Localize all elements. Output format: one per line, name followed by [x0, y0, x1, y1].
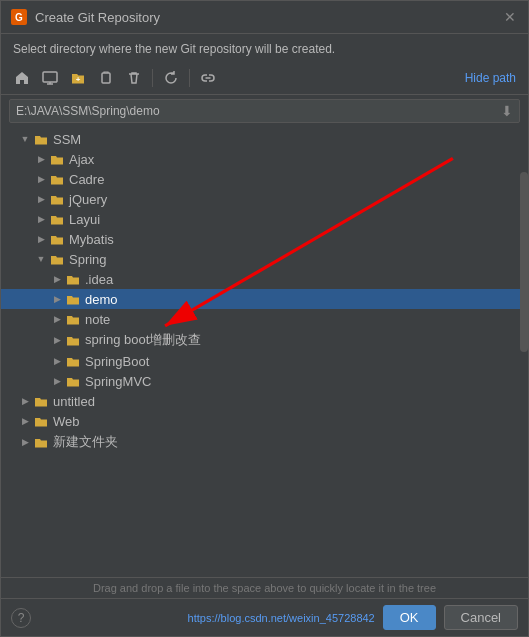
chevron-ssm — [17, 134, 33, 144]
folder-icon-springmvc — [65, 373, 81, 389]
button-bar: ? https://blog.csdn.net/weixin_45728842 … — [1, 598, 528, 636]
toolbar-separator-2 — [189, 69, 190, 87]
scrollbar-track — [520, 127, 528, 577]
delete-button[interactable] — [121, 66, 147, 90]
folder-icon-jquery — [49, 191, 65, 207]
folder-icon-springboot — [65, 353, 81, 369]
chevron-web — [17, 416, 33, 426]
chevron-untitled — [17, 396, 33, 406]
folder-icon-cadre — [49, 171, 65, 187]
svg-rect-2 — [102, 73, 110, 83]
folder-icon-spring — [49, 251, 65, 267]
svg-text:+: + — [76, 75, 81, 84]
folder-icon-layui — [49, 211, 65, 227]
bottom-hint: Drag and drop a file into the space abov… — [1, 577, 528, 598]
label-note: note — [85, 312, 110, 327]
folder-icon-demo — [65, 291, 81, 307]
chevron-springmvc — [49, 376, 65, 386]
label-web: Web — [53, 414, 80, 429]
cancel-button[interactable]: Cancel — [444, 605, 518, 630]
tree-item-untitled[interactable]: untitled — [1, 391, 528, 411]
path-download-icon[interactable]: ⬇ — [501, 103, 513, 119]
chevron-springboot-crud — [49, 335, 65, 345]
path-input[interactable]: E:\JAVA\SSM\Spring\demo — [16, 104, 497, 118]
label-jquery: jQuery — [69, 192, 107, 207]
chevron-layui — [33, 214, 49, 224]
label-springboot-crud: spring boot增删改查 — [85, 331, 201, 349]
folder-icon-untitled — [33, 393, 49, 409]
folder-icon-idea — [65, 271, 81, 287]
dialog-title: Create Git Repository — [35, 10, 494, 25]
toolbar: + Hide path — [1, 62, 528, 95]
chevron-idea — [49, 274, 65, 284]
chevron-demo — [49, 294, 65, 304]
desktop-button[interactable] — [37, 66, 63, 90]
chevron-springboot — [49, 356, 65, 366]
folder-icon-mybatis — [49, 231, 65, 247]
title-bar: G Create Git Repository ✕ — [1, 1, 528, 34]
link-button[interactable] — [195, 66, 221, 90]
folder-icon-note — [65, 311, 81, 327]
tree-item-spring[interactable]: Spring — [1, 249, 528, 269]
subtitle: Select directory where the new Git repos… — [1, 34, 528, 62]
tree-item-mybatis[interactable]: Mybatis — [1, 229, 528, 249]
chevron-mybatis — [33, 234, 49, 244]
chevron-cadre — [33, 174, 49, 184]
tree-item-idea[interactable]: .idea — [1, 269, 528, 289]
path-bar: E:\JAVA\SSM\Spring\demo ⬇ — [9, 99, 520, 123]
tree-container: SSM Ajax Cadre jQuery — [1, 127, 528, 577]
folder-icon-springboot-crud — [65, 332, 81, 348]
close-button[interactable]: ✕ — [502, 9, 518, 25]
tree-item-ssm[interactable]: SSM — [1, 129, 528, 149]
label-ajax: Ajax — [69, 152, 94, 167]
folder-icon-ajax — [49, 151, 65, 167]
chevron-ajax — [33, 154, 49, 164]
tree-item-jquery[interactable]: jQuery — [1, 189, 528, 209]
new-folder-button[interactable]: + — [65, 66, 91, 90]
watermark-link: https://blog.csdn.net/weixin_45728842 — [188, 612, 375, 624]
folder-icon-web — [33, 413, 49, 429]
folder-icon-newdir — [33, 434, 49, 450]
tree-item-cadre[interactable]: Cadre — [1, 169, 528, 189]
tree-item-demo[interactable]: demo — [1, 289, 528, 309]
folder-icon-ssm — [33, 131, 49, 147]
app-icon: G — [11, 9, 27, 25]
svg-rect-0 — [43, 72, 57, 82]
label-spring: Spring — [69, 252, 107, 267]
help-button[interactable]: ? — [11, 608, 31, 628]
label-mybatis: Mybatis — [69, 232, 114, 247]
label-layui: Layui — [69, 212, 100, 227]
clipboard-button[interactable] — [93, 66, 119, 90]
label-idea: .idea — [85, 272, 113, 287]
scrollbar-thumb[interactable] — [520, 172, 528, 352]
label-newdir: 新建文件夹 — [53, 433, 118, 451]
refresh-button[interactable] — [158, 66, 184, 90]
home-button[interactable] — [9, 66, 35, 90]
label-untitled: untitled — [53, 394, 95, 409]
tree-item-ajax[interactable]: Ajax — [1, 149, 528, 169]
tree-item-layui[interactable]: Layui — [1, 209, 528, 229]
ok-button[interactable]: OK — [383, 605, 436, 630]
label-springboot: SpringBoot — [85, 354, 149, 369]
chevron-jquery — [33, 194, 49, 204]
label-ssm: SSM — [53, 132, 81, 147]
tree-item-web[interactable]: Web — [1, 411, 528, 431]
chevron-newdir — [17, 437, 33, 447]
tree-item-note[interactable]: note — [1, 309, 528, 329]
label-cadre: Cadre — [69, 172, 104, 187]
dialog: G Create Git Repository ✕ Select directo… — [0, 0, 529, 637]
toolbar-separator-1 — [152, 69, 153, 87]
label-springmvc: SpringMVC — [85, 374, 151, 389]
tree-item-springboot[interactable]: SpringBoot — [1, 351, 528, 371]
chevron-note — [49, 314, 65, 324]
tree-item-newdir[interactable]: 新建文件夹 — [1, 431, 528, 453]
label-demo: demo — [85, 292, 118, 307]
hide-path-button[interactable]: Hide path — [461, 69, 520, 87]
chevron-spring — [33, 254, 49, 264]
tree-item-springboot-crud[interactable]: spring boot增删改查 — [1, 329, 528, 351]
tree-item-springmvc[interactable]: SpringMVC — [1, 371, 528, 391]
